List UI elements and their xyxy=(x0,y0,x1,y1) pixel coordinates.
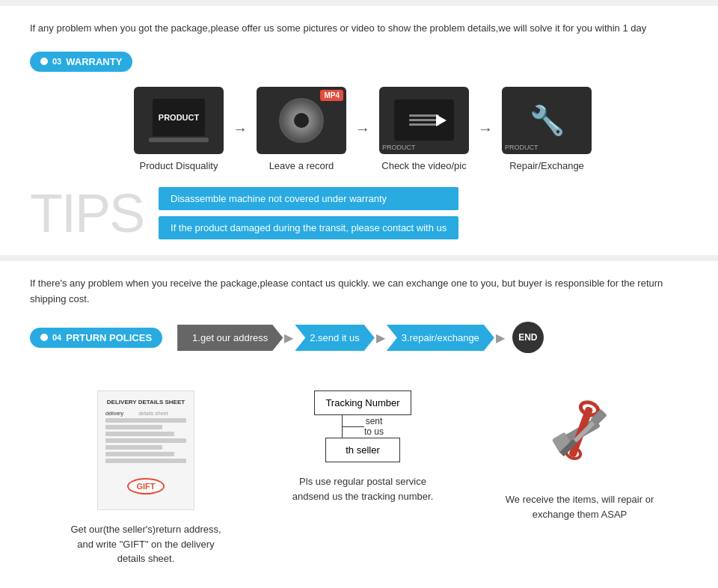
step-2-label: 2.send it us xyxy=(310,332,360,343)
sheet-line-5 xyxy=(105,445,162,450)
product-base xyxy=(149,138,209,142)
sheet-line-2 xyxy=(105,425,162,429)
flow-arrow-3: ▶ xyxy=(496,331,505,345)
tips-section: TIPS Disassemble machine not covered und… xyxy=(30,186,696,240)
seller-box: th seller xyxy=(325,438,400,462)
mp4-box xyxy=(257,87,346,154)
return-section: If there's any problem when you receive … xyxy=(0,261,718,588)
video-label: PRODUCT xyxy=(382,144,416,151)
tools-graphic xyxy=(535,391,625,480)
step-3-label: 3.repair/exchange xyxy=(402,332,479,343)
sent-container: sentto us xyxy=(342,416,384,437)
tools-svg xyxy=(535,391,625,480)
gift-label: GIFT xyxy=(136,482,155,491)
tracking-diagram: Tracking Number sentto us th seller xyxy=(314,391,411,462)
mp4-inner xyxy=(294,113,309,128)
arrow-3: → xyxy=(478,120,493,138)
sheet-title: DELIVERY DETAILS SHEET xyxy=(105,399,186,405)
product-box: PRODUCT xyxy=(134,87,224,154)
sent-text: sentto us xyxy=(364,416,384,437)
video-box: PRODUCT xyxy=(379,87,469,154)
return-label: 04 PRTURN POLICES xyxy=(30,328,162,348)
label-text: WARRANTY xyxy=(66,56,122,67)
diagram-item-2: Tracking Number sentto us th seller Pls … xyxy=(280,391,445,503)
diagram-label-3: We receive the items, will repair or exc… xyxy=(497,492,662,521)
step-1-label: Product Disquality xyxy=(140,160,218,171)
product-icon: PRODUCT xyxy=(145,94,212,147)
tools-icon-1: 🔧 xyxy=(530,104,565,137)
warranty-flow: PRODUCT Product Disquality → Leave a rec… xyxy=(30,87,696,171)
video-line-1 xyxy=(409,114,439,117)
warranty-notice: If any problem when you got the package,… xyxy=(30,21,696,37)
step-1-label: 1.get our address xyxy=(192,332,268,343)
arrow-1: → xyxy=(233,120,248,138)
return-dot xyxy=(40,334,48,341)
step-3-label: Check the video/pic xyxy=(381,160,466,171)
tip-rule-1: Disassemble machine not covered under wa… xyxy=(159,187,458,210)
mp4-icon xyxy=(279,98,324,143)
diagram-item-1: DELIVERY DETAILS SHEET delivery details … xyxy=(64,391,228,566)
sheet-line-6 xyxy=(105,452,174,456)
arrow-2: → xyxy=(355,120,370,138)
gift-circle: GIFT xyxy=(127,478,165,494)
seller-label: th seller xyxy=(346,444,380,456)
product-screen: PRODUCT xyxy=(153,99,205,136)
sheet-header-lines: delivery details sheet xyxy=(105,411,186,416)
video-line-2 xyxy=(409,119,439,121)
tools-box: 🔧 PRODUCT xyxy=(502,87,592,154)
warranty-label: 03 WARRANTY xyxy=(30,52,132,72)
return-diagram: DELIVERY DETAILS SHEET delivery details … xyxy=(30,376,696,581)
wrench-group xyxy=(563,400,600,462)
flow-arrow-2: ▶ xyxy=(376,331,385,345)
tips-title: TIPS xyxy=(30,186,144,240)
flow-step-2: Leave a record xyxy=(257,87,346,171)
sheet-col2: details sheet xyxy=(138,411,168,416)
video-lines xyxy=(409,114,439,126)
step-box-2: 2.send it us xyxy=(295,325,375,351)
step-box-3: 3.repair/exchange xyxy=(387,325,494,351)
tracking-box: Tracking Number xyxy=(314,391,411,415)
tracking-label: Tracking Number xyxy=(325,397,399,408)
flow-step-3: PRODUCT Check the video/pic xyxy=(379,87,469,171)
step-4-label: Repair/Exchange xyxy=(509,160,584,171)
sheet-col1: delivery xyxy=(105,411,123,416)
diagram-item-3: We receive the items, will repair or exc… xyxy=(497,391,662,521)
return-label-text: PRTURN POLICES xyxy=(66,332,152,343)
warranty-section: If any problem when you got the package,… xyxy=(0,6,718,255)
step-2-label: Leave a record xyxy=(269,160,334,171)
end-label: END xyxy=(518,332,537,343)
flow-step-4: 🔧 PRODUCT Repair/Exchange xyxy=(502,87,592,171)
sheet-line-1 xyxy=(105,418,186,423)
video-icon xyxy=(394,99,454,141)
tip-rule-2: If the product damaged during the transi… xyxy=(159,216,458,239)
sheet-line-3 xyxy=(105,432,174,436)
delivery-sheet: DELIVERY DETAILS SHEET delivery details … xyxy=(97,391,194,510)
step-box-1: 1.get our address xyxy=(177,325,283,351)
return-header: 04 PRTURN POLICES 1.get our address ▶ 2.… xyxy=(30,322,696,353)
tools-label: PRODUCT xyxy=(505,144,538,151)
label-number: 03 xyxy=(52,57,61,66)
return-number: 04 xyxy=(52,333,61,342)
return-notice: If there's any problem when you receive … xyxy=(30,276,696,307)
diagram-label-1: Get our(the seller's)return address, and… xyxy=(64,522,228,566)
flow-arrow-1: ▶ xyxy=(284,331,293,345)
sheet-line-7 xyxy=(105,459,186,463)
label-dot xyxy=(40,58,48,65)
diagram-label-2: Pls use regular postal service andsend u… xyxy=(280,474,445,503)
flow-step-1: PRODUCT Product Disquality xyxy=(134,87,224,171)
return-flow: 1.get our address ▶ 2.send it us ▶ 3.rep… xyxy=(177,322,544,353)
track-line-container: sentto us xyxy=(342,415,384,438)
tips-rules: Disassemble machine not covered under wa… xyxy=(159,187,458,239)
end-circle: END xyxy=(512,322,544,353)
video-play-icon xyxy=(436,114,447,126)
video-line-3 xyxy=(409,123,439,126)
sheet-line-4 xyxy=(105,438,186,443)
track-line-h xyxy=(342,426,364,427)
